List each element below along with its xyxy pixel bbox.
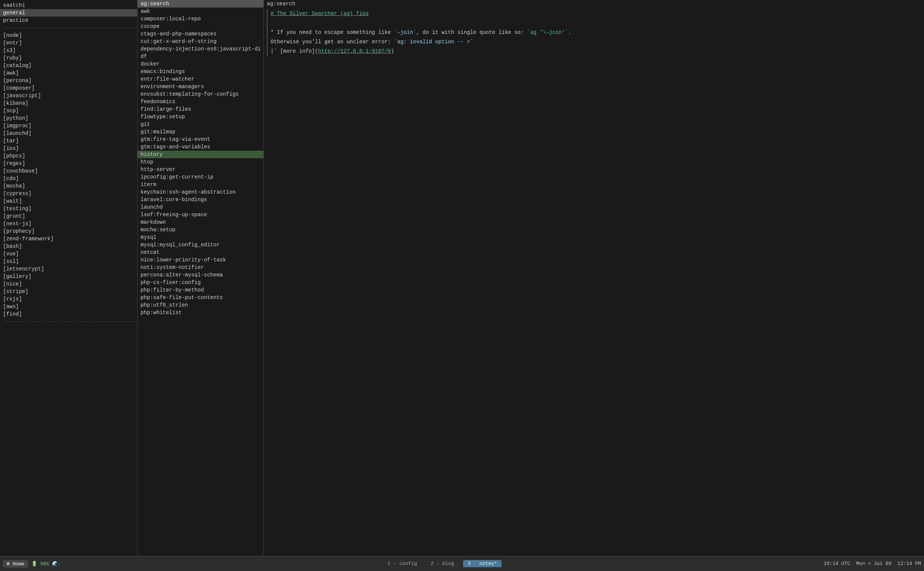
left-pane-item[interactable]: [stripe] <box>0 288 137 295</box>
middle-pane-item[interactable]: mysql <box>138 233 263 241</box>
middle-pane-item[interactable]: php:whitelist <box>138 309 263 316</box>
left-pane-item[interactable]: [ios] <box>0 145 137 152</box>
left-pane-item[interactable]: [entr] <box>0 39 137 47</box>
tab-item-config[interactable]: 1 › config <box>383 560 422 567</box>
left-pane-item[interactable]: [javascript] <box>0 92 137 99</box>
left-pane-item[interactable]: [rxjs] <box>0 295 137 303</box>
middle-pane-item[interactable]: git <box>138 120 263 128</box>
middle-pane-item[interactable]: emacs:bindings <box>138 68 263 75</box>
middle-pane-item[interactable]: history <box>138 151 263 158</box>
left-pane[interactable]: saatchigeneralpractice------------------… <box>0 0 138 556</box>
content-line-3: Otherwise you'll get an unclear error: `… <box>270 37 921 47</box>
left-pane-item[interactable]: [find] <box>0 310 137 318</box>
ag-title: # The Silver Searcher (ag) Tips <box>270 9 921 19</box>
middle-pane-item[interactable]: flowtype:setup <box>138 113 263 120</box>
battery-indicator: 🔋 98% <box>31 561 49 567</box>
left-pane-item[interactable]: [phpcs] <box>0 152 137 160</box>
left-pane-item[interactable]: [awk] <box>0 69 137 77</box>
left-pane-item[interactable]: [gallery] <box>0 273 137 280</box>
left-pane-item[interactable]: [letsencrypt] <box>0 265 137 273</box>
middle-pane-item[interactable]: docker <box>138 60 263 68</box>
middle-pane-item[interactable]: percona:alter-mysql-schema <box>138 271 263 279</box>
left-pane-item[interactable]: [composer] <box>0 84 137 92</box>
left-pane-item[interactable]: [s3] <box>0 47 137 54</box>
left-pane-item[interactable]: [regex] <box>0 160 137 167</box>
middle-pane-item[interactable]: noti:system-notifier <box>138 264 263 271</box>
left-pane-item[interactable]: [bash] <box>0 242 137 250</box>
left-pane-item[interactable]: [catalog] <box>0 62 137 69</box>
left-pane-item[interactable]: [zend-framework] <box>0 235 137 242</box>
middle-pane-item[interactable]: netcat <box>138 248 263 256</box>
middle-pane-item[interactable]: mysql:mysql_config_editor <box>138 241 263 248</box>
left-pane-item[interactable]: [prophecy] <box>0 227 137 235</box>
left-pane-item[interactable]: practice <box>0 17 137 24</box>
left-pane-item[interactable]: [next-js] <box>0 220 137 227</box>
middle-pane-item[interactable]: launchd <box>138 204 263 211</box>
left-pane-item[interactable]: [vue] <box>0 250 137 258</box>
middle-pane-item[interactable]: php-cs-fixer:config <box>138 279 263 286</box>
middle-pane[interactable]: ag:search awkcomposer:local-repocscopect… <box>138 0 264 556</box>
status-bar: ⊞ Home 🔋 98% 🌊- 1 › config2 › blog3 › no… <box>0 556 924 571</box>
left-pane-item[interactable]: [ruby] <box>0 54 137 62</box>
middle-pane-item[interactable]: php:utf8_strlen <box>138 301 263 309</box>
left-pane-item[interactable]: [cdo] <box>0 175 137 182</box>
middle-pane-item[interactable]: htop <box>138 158 263 166</box>
left-pane-item[interactable]: [testing] <box>0 205 137 213</box>
middle-pane-item[interactable]: environment-managers <box>138 83 263 90</box>
tab-item-notes*[interactable]: 3 › notes* <box>463 560 502 567</box>
content-line-2: * If you need to escape something like `… <box>270 28 921 37</box>
middle-pane-item[interactable]: gtm:fire-tag-via-event <box>138 136 263 143</box>
middle-pane-item[interactable]: envsubst:templating-for-configs <box>138 90 263 98</box>
left-pane-item[interactable]: [ssl] <box>0 258 137 265</box>
left-pane-item[interactable]: [percona] <box>0 77 137 84</box>
middle-pane-item[interactable]: composer:local-repo <box>138 15 263 23</box>
middle-pane-item[interactable]: laravel:core-bindings <box>138 196 263 204</box>
utc-time: 19:14 UTC <box>824 561 850 566</box>
content-line-1 <box>270 19 921 28</box>
middle-pane-item[interactable]: find:large-files <box>138 105 263 113</box>
left-pane-item[interactable]: [python] <box>0 114 137 122</box>
left-pane-item[interactable]: [imgproc] <box>0 122 137 130</box>
status-icon: 🌊- <box>52 561 61 567</box>
middle-pane-item[interactable]: entr:file-watcher <box>138 75 263 83</box>
middle-pane-item[interactable]: php:filter-by-method <box>138 286 263 294</box>
middle-pane-item[interactable]: gtm:tags-and-variables <box>138 143 263 151</box>
left-pane-item[interactable]: [node] <box>0 32 137 39</box>
middle-pane-item[interactable]: dependency-injection-es6:javascript-di <box>138 45 263 53</box>
left-pane-item[interactable]: [wait] <box>0 198 137 205</box>
content-line-4: |` [more info](http://127.0.0.1:9167/0) <box>270 47 921 56</box>
middle-pane-item[interactable]: awk <box>138 8 263 15</box>
left-pane-item[interactable]: [kibana] <box>0 99 137 107</box>
home-button[interactable]: ⊞ Home <box>3 560 28 568</box>
middle-pane-item[interactable]: iterm <box>138 181 263 188</box>
middle-pane-item[interactable]: cscope <box>138 23 263 30</box>
left-pane-item[interactable]: general <box>0 9 137 17</box>
left-pane-item[interactable]: [scp] <box>0 107 137 114</box>
middle-pane-item[interactable]: ipconfig:get-current-ip <box>138 173 263 181</box>
middle-pane-item[interactable]: ctags-and-php-namespaces <box>138 30 263 38</box>
middle-pane-item[interactable]: df <box>138 53 263 60</box>
left-pane-item[interactable]: [nice] <box>0 280 137 288</box>
status-right: 19:14 UTC Mon < Jul 09 12:14 PM <box>824 561 921 566</box>
left-pane-item[interactable]: [grunt] <box>0 213 137 220</box>
middle-pane-item[interactable]: feedonomics <box>138 98 263 105</box>
left-pane-item[interactable]: [aws] <box>0 303 137 310</box>
middle-pane-item[interactable]: cut:get-x-word-of-string <box>138 38 263 45</box>
left-pane-item[interactable]: [tar] <box>0 137 137 145</box>
middle-pane-item[interactable]: git:mailmap <box>138 128 263 136</box>
middle-pane-item[interactable]: mocha:setup <box>138 226 263 233</box>
middle-pane-item[interactable]: php:safe-file-put-contents <box>138 294 263 301</box>
left-pane-item[interactable]: [cypress] <box>0 190 137 198</box>
tab-bar: 1 › config2 › blog3 › notes* <box>64 560 821 567</box>
middle-pane-item[interactable]: lsof:freeing-up-space <box>138 211 263 218</box>
left-pane-item[interactable]: [couchbase] <box>0 167 137 175</box>
tab-item-blog[interactable]: 2 › blog <box>426 560 459 567</box>
middle-pane-item[interactable]: nice:lower-priority-of-task <box>138 256 263 264</box>
middle-pane-item[interactable]: http-server <box>138 166 263 173</box>
left-pane-item[interactable]: [launchd] <box>0 130 137 137</box>
left-pane-item[interactable]: [mocha] <box>0 182 137 190</box>
right-pane-content: # The Silver Searcher (ag) Tips * If you… <box>264 8 924 58</box>
middle-pane-item[interactable]: keychain:ssh-agent-abstraction <box>138 188 263 196</box>
middle-pane-header: ag:search <box>138 0 263 8</box>
middle-pane-item[interactable]: markdown <box>138 218 263 226</box>
